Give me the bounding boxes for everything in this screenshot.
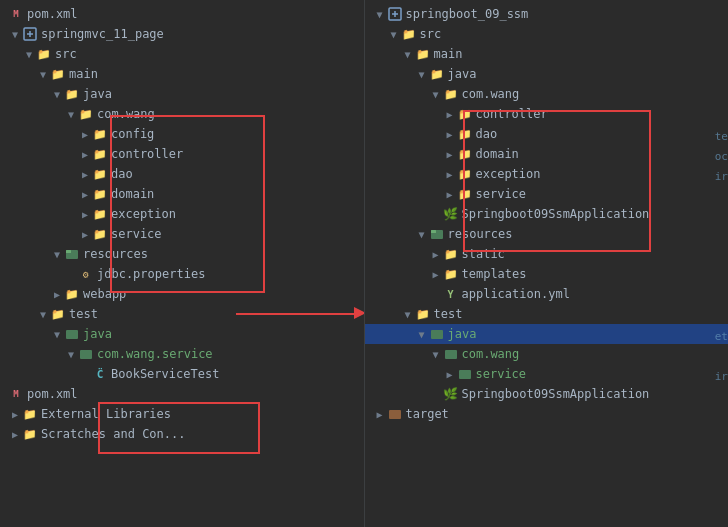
folder-icon: 📁 (443, 86, 459, 102)
left-panel: M pom.xml ▼ springmvc_11_page ▼ 📁 src ▼ … (0, 0, 365, 527)
java-test-arrow-icon: ▼ (50, 329, 64, 340)
right-src[interactable]: ▼ 📁 src (365, 24, 729, 44)
left-main[interactable]: ▼ 📁 main (0, 64, 364, 84)
edge-label-te: te (715, 130, 728, 143)
left-resources[interactable]: ▼ resources (0, 244, 364, 264)
folder-icon: 📁 (22, 406, 38, 422)
dao-arrow-icon: ▶ (78, 169, 92, 180)
left-scratches[interactable]: ▶ 📁 Scratches and Con... (0, 424, 364, 444)
ctrl-arrow: ▶ (443, 109, 457, 120)
resources-arrow-icon: ▼ (50, 249, 64, 260)
left-pom-xml[interactable]: M pom.xml (0, 4, 364, 24)
right-com-wang-test[interactable]: ▼ com.wang (365, 344, 729, 364)
target-folder-icon (387, 406, 403, 422)
left-exception[interactable]: ▶ 📁 exception (0, 204, 364, 224)
right-springboot-module[interactable]: ▼ springboot_09_ssm (365, 4, 729, 24)
left-dao[interactable]: ▶ 📁 dao (0, 164, 364, 184)
arrow-down-icon: ▼ (8, 29, 22, 40)
folder-icon: 📁 (92, 186, 108, 202)
dao-arrow: ▶ (443, 129, 457, 140)
right-dao[interactable]: ▶ 📁 dao (365, 124, 729, 144)
folder-green-icon (78, 346, 94, 362)
spring-icon: 🌿 (443, 206, 459, 222)
folder-icon: 📁 (92, 146, 108, 162)
folder-icon: 📁 (78, 106, 94, 122)
right-springboot-app-test[interactable]: 🌿 Springboot09SsmApplication (365, 384, 729, 404)
right-springboot-app[interactable]: 🌿 Springboot09SsmApplication (365, 204, 729, 224)
right-service-test[interactable]: ▶ service (365, 364, 729, 384)
right-templates[interactable]: ▶ 📁 templates (365, 264, 729, 284)
folder-icon: 📁 (22, 426, 38, 442)
right-exception[interactable]: ▶ 📁 exception (365, 164, 729, 184)
edge-label-oc: oc (715, 150, 728, 163)
left-domain[interactable]: ▶ 📁 domain (0, 184, 364, 204)
right-controller[interactable]: ▶ 📁 controller (365, 104, 729, 124)
java-test-icon: C̈ (92, 366, 108, 382)
left-com-wang-service[interactable]: ▼ com.wang.service (0, 344, 364, 364)
right-java-test[interactable]: ▼ java (365, 324, 729, 344)
properties-icon: ⚙ (78, 266, 94, 282)
edge-label-ir: ir (715, 170, 728, 183)
folder-icon: 📁 (443, 266, 459, 282)
svg-rect-4 (80, 350, 92, 359)
folder-icon: 📁 (36, 46, 52, 62)
module-icon (22, 26, 38, 42)
static-arrow: ▶ (429, 249, 443, 260)
folder-icon: 📁 (50, 66, 66, 82)
right-domain[interactable]: ▶ 📁 domain (365, 144, 729, 164)
scratch-arrow-icon: ▶ (8, 429, 22, 440)
left-config[interactable]: ▶ 📁 config (0, 124, 364, 144)
left-com-wang[interactable]: ▼ 📁 com.wang (0, 104, 364, 124)
right-test[interactable]: ▼ 📁 test (365, 304, 729, 324)
springmvc-module[interactable]: ▼ springmvc_11_page (0, 24, 364, 44)
java-test-folder-icon (429, 326, 445, 342)
folder-icon: 📁 (415, 306, 431, 322)
dom-arrow: ▶ (443, 149, 457, 160)
controller-arrow-icon: ▶ (78, 149, 92, 160)
folder-icon: 📁 (401, 26, 417, 42)
folder-icon: 📁 (415, 46, 431, 62)
left-java[interactable]: ▼ 📁 java (0, 84, 364, 104)
left-book-service-test[interactable]: C̈ BookServiceTest (0, 364, 364, 384)
main-arrow-icon: ▼ (36, 69, 50, 80)
left-java-test[interactable]: ▼ java (0, 324, 364, 344)
folder-green-icon (443, 346, 459, 362)
right-main[interactable]: ▼ 📁 main (365, 44, 729, 64)
svc-test-arrow: ▶ (443, 369, 457, 380)
left-jdbc-properties[interactable]: ⚙ jdbc.properties (0, 264, 364, 284)
folder-icon: 📁 (457, 146, 473, 162)
right-resources[interactable]: ▼ resources (365, 224, 729, 244)
service-arrow-icon: ▶ (78, 229, 92, 240)
right-java[interactable]: ▼ 📁 java (365, 64, 729, 84)
domain-arrow-icon: ▶ (78, 189, 92, 200)
left-external-libs[interactable]: ▶ 📁 External Libraries (0, 404, 364, 424)
right-target[interactable]: ▶ target (365, 404, 729, 424)
spring-test-icon: 🌿 (443, 386, 459, 402)
right-com-wang[interactable]: ▼ 📁 com.wang (365, 84, 729, 104)
left-controller[interactable]: ▶ 📁 controller (0, 144, 364, 164)
resources-folder-icon (429, 226, 445, 242)
config-arrow-icon: ▶ (78, 129, 92, 140)
right-panel: te oc ir et ir ▼ springboot_09_ssm ▼ 📁 s… (365, 0, 729, 527)
svg-rect-2 (66, 250, 71, 253)
resources-folder-icon (64, 246, 80, 262)
ext-arrow-icon: ▶ (8, 409, 22, 420)
folder-icon: 📁 (457, 186, 473, 202)
left-pom-xml-bottom[interactable]: M pom.xml (0, 384, 364, 404)
cwt-arrow: ▼ (429, 349, 443, 360)
yaml-icon: Y (443, 286, 459, 302)
left-test[interactable]: ▼ 📁 test (0, 304, 364, 324)
exception-arrow-icon: ▶ (78, 209, 92, 220)
folder-green-icon (457, 366, 473, 382)
folder-icon: 📁 (92, 206, 108, 222)
src-arrow: ▼ (387, 29, 401, 40)
left-service[interactable]: ▶ 📁 service (0, 224, 364, 244)
folder-icon: 📁 (443, 246, 459, 262)
left-src[interactable]: ▼ 📁 src (0, 44, 364, 64)
right-application-yml[interactable]: Y application.yml (365, 284, 729, 304)
folder-icon: 📁 (64, 286, 80, 302)
tpl-arrow: ▶ (429, 269, 443, 280)
right-service[interactable]: ▶ 📁 service (365, 184, 729, 204)
left-webapp[interactable]: ▶ 📁 webapp (0, 284, 364, 304)
right-static[interactable]: ▶ 📁 static (365, 244, 729, 264)
